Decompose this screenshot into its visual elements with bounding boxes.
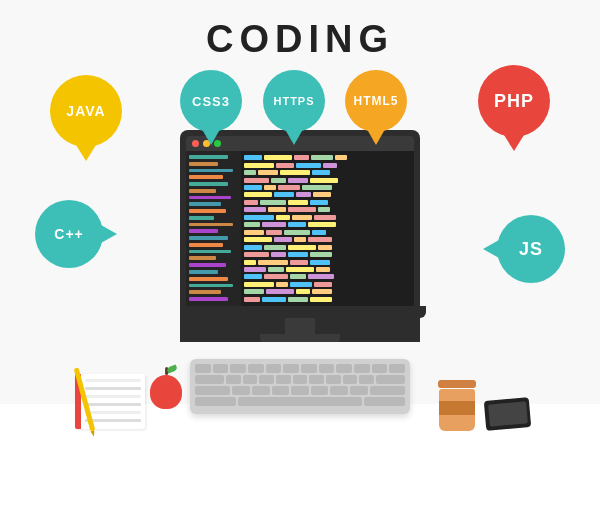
apple — [150, 375, 182, 409]
keyboard-key — [272, 386, 290, 395]
keyboard-key — [359, 375, 374, 384]
keyboard-key — [243, 375, 258, 384]
stand-base — [260, 334, 340, 342]
monitor-bezel-bottom — [186, 306, 426, 318]
keyboard-key — [330, 386, 348, 395]
dot-red — [192, 140, 199, 147]
cup-sleeve — [439, 401, 475, 415]
keyboard-key — [276, 375, 291, 384]
keyboard — [190, 359, 410, 414]
page-title: CODING — [0, 0, 600, 61]
bubble-css3: CSS3 — [180, 70, 242, 132]
keyboard-key — [248, 364, 264, 373]
keyboard-key — [336, 364, 352, 373]
keyboard-key — [283, 364, 299, 373]
keyboard-key — [350, 386, 368, 395]
cup-lid — [438, 380, 476, 388]
bubble-js-label: JS — [519, 239, 543, 260]
keyboard-key — [232, 386, 250, 395]
bubble-php-label: PHP — [494, 91, 534, 112]
apple-body — [150, 375, 182, 409]
keyboard-key — [230, 364, 246, 373]
monitor-stand — [180, 318, 420, 342]
bubble-css3-label: CSS3 — [192, 94, 230, 109]
keyboard-key — [370, 386, 405, 395]
apple-leaf — [166, 364, 177, 373]
notebook-line — [85, 379, 141, 382]
notebook-line — [85, 419, 141, 422]
keyboard-key — [301, 364, 317, 373]
notebook-line — [85, 411, 141, 414]
code-main — [241, 151, 414, 306]
keyboard-key — [259, 375, 274, 384]
keyboard-key — [195, 386, 230, 395]
notebook-line — [85, 403, 141, 406]
notebook-line — [85, 395, 141, 398]
cup-body — [439, 389, 475, 431]
bubble-java: JAVA — [50, 75, 122, 147]
keyboard-key — [326, 375, 341, 384]
notebook-line — [85, 387, 141, 390]
keyboard-key — [343, 375, 358, 384]
keyboard-key — [293, 375, 308, 384]
bubble-js: JS — [497, 215, 565, 283]
bubble-cpp: C++ — [35, 200, 103, 268]
code-sidebar — [186, 151, 241, 306]
keyboard-key — [311, 386, 329, 395]
bubble-html5-label: HTML5 — [354, 94, 399, 108]
keyboard-key — [252, 386, 270, 395]
bubble-cpp-label: C++ — [54, 226, 83, 242]
keyboard-key — [195, 364, 211, 373]
monitor-screen — [186, 151, 414, 306]
keyboard-key — [372, 364, 388, 373]
bubble-html5: HTML5 — [345, 70, 407, 132]
smartphone — [484, 397, 531, 431]
keyboard-key — [309, 375, 324, 384]
keyboard-key — [291, 386, 309, 395]
keyboard-key — [389, 364, 405, 373]
bubble-https: HTTPS — [263, 70, 325, 132]
bubble-https-label: HTTPS — [273, 95, 314, 107]
monitor — [180, 130, 420, 342]
bubble-java-label: JAVA — [66, 103, 105, 119]
keyboard-key — [354, 364, 370, 373]
keyboard-key — [376, 375, 405, 384]
coffee-cup — [439, 380, 475, 426]
keyboard-key — [213, 364, 229, 373]
phone-screen — [488, 401, 528, 426]
keyboard-key — [226, 375, 241, 384]
keyboard-key — [266, 364, 282, 373]
keyboard-key — [195, 397, 236, 406]
keyboard-key — [195, 375, 224, 384]
keyboard-spacebar — [238, 397, 362, 406]
stand-neck — [285, 318, 315, 334]
keyboard-key — [364, 397, 405, 406]
monitor-body — [180, 130, 420, 318]
bubble-php: PHP — [478, 65, 550, 137]
keyboard-key — [319, 364, 335, 373]
